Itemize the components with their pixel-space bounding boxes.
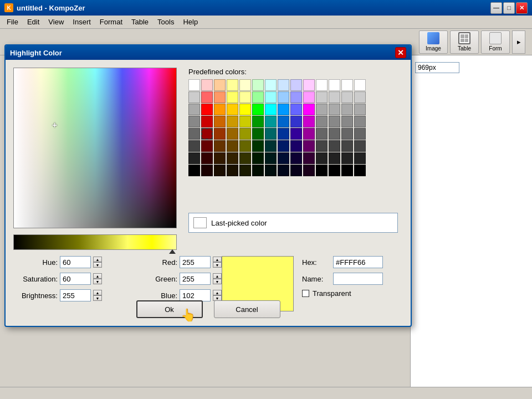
color-cell[interactable] <box>316 116 328 127</box>
color-cell[interactable] <box>290 116 302 127</box>
color-cell[interactable] <box>316 79 328 91</box>
green-down[interactable]: ▼ <box>213 279 222 284</box>
color-cell[interactable] <box>239 91 251 103</box>
color-cell[interactable] <box>290 104 302 115</box>
green-spinner[interactable]: ▲ ▼ <box>213 273 222 284</box>
color-cell[interactable] <box>188 91 200 103</box>
color-cell[interactable] <box>303 104 315 115</box>
color-cell[interactable] <box>239 104 251 115</box>
color-cell[interactable] <box>354 116 366 127</box>
red-input[interactable] <box>180 256 211 268</box>
color-cell[interactable] <box>201 116 213 127</box>
color-cell[interactable] <box>278 128 289 140</box>
color-cell[interactable] <box>252 79 264 91</box>
color-cell[interactable] <box>341 165 353 176</box>
color-cell[interactable] <box>227 79 238 91</box>
color-cell[interactable] <box>227 152 238 164</box>
hue-input[interactable] <box>60 256 91 268</box>
close-button[interactable]: ✕ <box>516 2 528 14</box>
toolbar-image-button[interactable]: Image <box>419 30 448 54</box>
bri-down[interactable]: ▼ <box>93 295 102 301</box>
color-cell[interactable] <box>278 79 289 91</box>
menu-insert[interactable]: Insert <box>68 17 95 27</box>
color-cell[interactable] <box>188 152 200 164</box>
transparent-checkbox[interactable] <box>302 290 309 297</box>
saturation-input[interactable] <box>60 273 91 285</box>
color-cell[interactable] <box>354 91 366 103</box>
color-cell[interactable] <box>214 91 226 103</box>
ok-button[interactable]: Ok <box>136 300 203 318</box>
color-cell[interactable] <box>252 91 264 103</box>
color-cell[interactable] <box>354 165 366 176</box>
color-cell[interactable] <box>316 104 328 115</box>
color-cell[interactable] <box>303 91 315 103</box>
color-cell[interactable] <box>265 152 277 164</box>
color-cell[interactable] <box>316 91 328 103</box>
color-cell[interactable] <box>354 104 366 115</box>
color-cell[interactable] <box>214 116 226 127</box>
color-cell[interactable] <box>329 91 340 103</box>
color-cell[interactable] <box>239 165 251 176</box>
color-cell[interactable] <box>278 116 289 127</box>
color-cell[interactable] <box>201 104 213 115</box>
color-cell[interactable] <box>252 140 264 152</box>
color-cell[interactable] <box>227 91 238 103</box>
color-cell[interactable] <box>214 140 226 152</box>
color-cell[interactable] <box>265 165 277 176</box>
color-cell[interactable] <box>239 152 251 164</box>
cancel-button[interactable]: Cancel <box>214 300 280 318</box>
color-cell[interactable] <box>188 165 200 176</box>
menu-edit[interactable]: Edit <box>23 17 44 27</box>
color-cell[interactable] <box>239 79 251 91</box>
color-cell[interactable] <box>316 165 328 176</box>
sat-down[interactable]: ▼ <box>93 279 102 284</box>
color-cell[interactable] <box>201 128 213 140</box>
bri-up[interactable]: ▲ <box>93 290 102 295</box>
color-cell[interactable] <box>201 91 213 103</box>
color-cell[interactable] <box>303 165 315 176</box>
sat-up[interactable]: ▲ <box>93 273 102 279</box>
color-cell[interactable] <box>188 116 200 127</box>
color-cell[interactable] <box>252 165 264 176</box>
color-cell[interactable] <box>354 79 366 91</box>
last-picked-button[interactable]: Last-picked color <box>188 213 398 233</box>
color-cell[interactable] <box>214 152 226 164</box>
color-gradient-picker[interactable]: + <box>13 68 177 228</box>
color-cell[interactable] <box>214 165 226 176</box>
color-cell[interactable] <box>278 140 289 152</box>
color-cell[interactable] <box>278 91 289 103</box>
color-cell[interactable] <box>290 140 302 152</box>
color-cell[interactable] <box>303 116 315 127</box>
dialog-close-button[interactable]: ✕ <box>395 47 406 58</box>
color-cell[interactable] <box>252 128 264 140</box>
color-cell[interactable] <box>341 116 353 127</box>
blue-up[interactable]: ▲ <box>213 290 222 295</box>
color-cell[interactable] <box>341 91 353 103</box>
hex-input[interactable] <box>333 256 383 268</box>
color-cell[interactable] <box>239 116 251 127</box>
maximize-button[interactable]: □ <box>503 2 515 14</box>
color-cell[interactable] <box>278 152 289 164</box>
color-cell[interactable] <box>265 91 277 103</box>
menu-format[interactable]: Format <box>95 17 127 27</box>
color-cell[interactable] <box>303 140 315 152</box>
color-cell[interactable] <box>227 165 238 176</box>
color-cell[interactable] <box>290 165 302 176</box>
color-cell[interactable] <box>354 152 366 164</box>
color-cell[interactable] <box>227 140 238 152</box>
color-cell[interactable] <box>265 140 277 152</box>
brightness-input[interactable] <box>60 289 91 301</box>
saturation-spinner[interactable]: ▲ ▼ <box>93 273 102 284</box>
hue-strip[interactable] <box>13 234 177 250</box>
color-cell[interactable] <box>239 140 251 152</box>
color-cell[interactable] <box>252 116 264 127</box>
hue-up[interactable]: ▲ <box>93 257 102 262</box>
green-up[interactable]: ▲ <box>213 273 222 279</box>
color-cell[interactable] <box>303 152 315 164</box>
brightness-spinner[interactable]: ▲ ▼ <box>93 290 102 301</box>
color-cell[interactable] <box>290 128 302 140</box>
color-cell[interactable] <box>252 104 264 115</box>
color-cell[interactable] <box>329 152 340 164</box>
color-cell[interactable] <box>316 140 328 152</box>
color-cell[interactable] <box>188 104 200 115</box>
